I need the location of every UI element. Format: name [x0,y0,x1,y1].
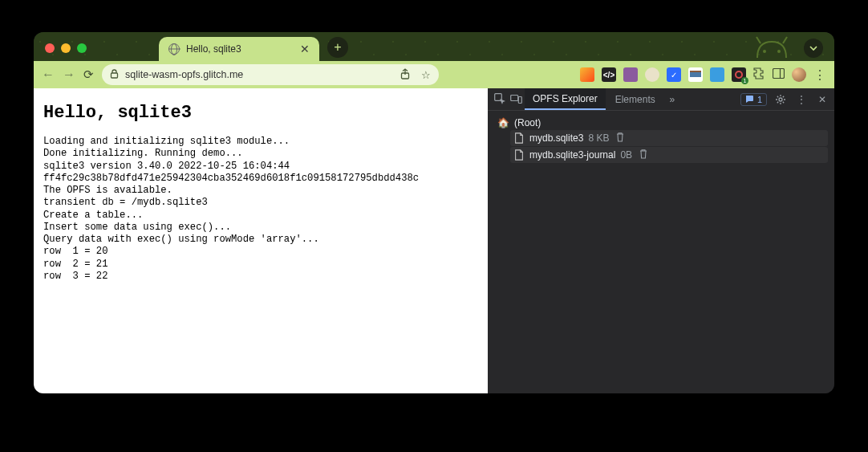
file-icon [513,149,525,161]
extension-icon[interactable]: 1 [732,67,746,82]
extensions-row: </> ✓ 1 ⋮ [580,67,826,83]
tree-root[interactable]: 🏠 (Root) [494,116,828,130]
page-content: Hello, sqlite3 Loading and initializing … [34,88,488,393]
svg-point-14 [779,98,782,101]
extension-icon[interactable] [645,67,659,82]
tree-file-name: mydb.sqlite3 [529,132,583,144]
share-icon[interactable] [400,68,410,82]
tree-file-size: 8 KB [588,132,609,144]
page-heading: Hello, sqlite3 [43,103,478,123]
extension-icon[interactable] [688,67,703,82]
svg-rect-9 [773,69,785,79]
opfs-tree: 🏠 (Root) mydb.sqlite3 8 KB mydb.sqlite3-… [488,111,834,169]
devtools-settings-icon[interactable] [773,92,788,107]
window-close-button[interactable] [45,43,55,53]
delete-file-icon[interactable] [615,132,625,145]
home-icon: 🏠 [497,117,509,128]
back-button[interactable]: ← [42,67,55,82]
issues-badge[interactable]: 1 [740,93,767,106]
devtools-tab-elements[interactable]: Elements [607,88,663,110]
devtools-close-icon[interactable]: ✕ [815,92,829,107]
new-tab-button[interactable]: + [327,37,348,58]
window-zoom-button[interactable] [77,43,87,53]
browser-toolbar: ← → ⟳ sqlite-wasm-opfs.glitch.me ☆ </> ✓ [34,61,834,88]
svg-rect-12 [510,96,517,101]
tree-file-row[interactable]: mydb.sqlite3 8 KB [510,130,828,146]
delete-file-icon[interactable] [639,149,648,161]
tab-search-button[interactable] [804,39,823,58]
tree-file-row[interactable]: mydb.sqlite3-journal 0B [510,147,828,163]
tab-title: Hello, sqlite3 [186,43,241,55]
url-text: sqlite-wasm-opfs.glitch.me [125,69,389,80]
svg-line-2 [756,37,761,43]
profile-avatar[interactable] [792,67,806,82]
extension-icon[interactable]: ✓ [667,67,681,82]
more-tabs-icon[interactable]: » [665,92,679,107]
nav-arrows: ← → [42,67,75,82]
svg-point-1 [777,50,781,53]
file-icon [513,132,525,144]
tab-strip: Hello, sqlite3 ✕ + [34,32,834,61]
tree-file-size: 0B [620,149,632,161]
window-controls [45,43,87,61]
extension-icon[interactable] [710,67,724,82]
chrome-menu-button[interactable]: ⋮ [813,67,826,83]
svg-rect-4 [112,73,118,78]
extension-icon[interactable]: </> [602,67,616,82]
browser-tab[interactable]: Hello, sqlite3 ✕ [159,37,319,61]
tab-close-button[interactable]: ✕ [300,43,310,55]
tree-file-name: mydb.sqlite3-journal [529,149,615,161]
inspect-element-icon[interactable] [493,92,507,107]
svg-point-8 [736,71,742,78]
address-bar[interactable]: sqlite-wasm-opfs.glitch.me ☆ [102,64,439,85]
extension-icon[interactable] [623,67,638,82]
side-panel-icon[interactable] [773,67,785,82]
devtools-panel: OPFS Explorer Elements » 1 ⋮ ✕ [488,88,834,393]
svg-rect-13 [518,97,521,104]
extensions-menu-icon[interactable] [753,67,765,82]
android-peek-icon [752,34,791,58]
window-minimize-button[interactable] [61,43,71,53]
svg-point-0 [763,50,766,53]
devtools-tab-bar: OPFS Explorer Elements » 1 ⋮ ✕ [488,88,834,111]
browser-window: Hello, sqlite3 ✕ + ← → ⟳ sqlite-wasm-opf… [34,32,834,393]
device-toolbar-icon[interactable] [509,92,523,107]
svg-rect-7 [690,71,701,72]
devtools-menu-icon[interactable]: ⋮ [794,92,809,107]
lock-icon [110,69,119,80]
extension-icon[interactable] [580,67,594,82]
tree-root-label: (Root) [514,117,541,128]
page-log: Loading and initializing sqlite3 module.… [43,136,478,283]
svg-line-3 [783,37,787,43]
reload-button[interactable]: ⟳ [83,67,94,82]
svg-rect-6 [690,72,701,77]
content-row: Hello, sqlite3 Loading and initializing … [34,88,834,393]
bookmark-star-icon[interactable]: ☆ [421,69,431,81]
forward-button[interactable]: → [63,67,75,82]
globe-icon [168,43,180,55]
devtools-tab-opfs[interactable]: OPFS Explorer [525,88,606,110]
